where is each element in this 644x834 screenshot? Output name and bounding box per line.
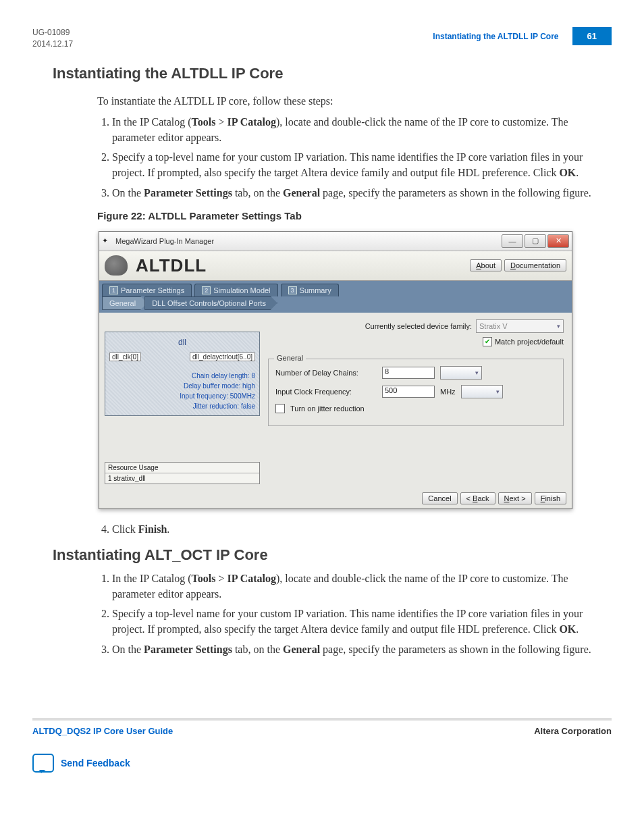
delay-chains-input[interactable]: 8	[382, 367, 435, 379]
wizard-footer: Cancel < Back Next > Finish	[99, 488, 572, 509]
s2-step-2: Specify a top-level name for your custom…	[112, 606, 605, 637]
cancel-button[interactable]: Cancel	[422, 492, 457, 504]
sub-tabs: General DLL Offset Controls/Optional Por…	[99, 296, 572, 313]
subtab-dll-offset[interactable]: DLL Offset Controls/Optional Ports	[144, 296, 277, 310]
block-properties: Chain delay length: 8 Delay buffer mode:…	[109, 371, 255, 411]
wizard-logo-icon	[105, 255, 128, 276]
tab-simulation-model[interactable]: 2Simulation Model	[194, 284, 277, 296]
input-clock-unit: MHz	[440, 388, 456, 396]
figure-caption: Figure 22: ALTDLL Parameter Settings Tab	[97, 210, 612, 221]
resource-usage-box: Resource Usage 1 stratixv_dll	[105, 462, 260, 484]
step-2: Specify a top-level name for your custom…	[112, 149, 605, 180]
send-feedback-link[interactable]: Send Feedback	[61, 758, 130, 768]
s2-step-1: In the IP Catalog (Tools > IP Catalog), …	[112, 571, 605, 602]
back-button[interactable]: < Back	[460, 492, 495, 504]
input-clock-label: Input Clock Frequency:	[275, 388, 377, 396]
pin-right: dll_delayctrlout[6..0]	[190, 353, 255, 361]
brand-bar: ALTDLL AAboutbout Documentation	[99, 251, 572, 281]
about-button[interactable]: AAboutbout	[470, 259, 502, 271]
window-titlebar[interactable]: ✦ MegaWizard Plug-In Manager — ▢ ✕	[99, 232, 572, 251]
chevron-down-icon: ▾	[475, 369, 479, 376]
general-legend: General	[274, 354, 306, 362]
s2-step-3: On the Parameter Settings tab, on the Ge…	[112, 642, 605, 657]
jitter-reduction-checkbox[interactable]	[275, 404, 285, 413]
match-project-label: Match project/default	[495, 338, 564, 346]
resource-usage-header: Resource Usage	[105, 463, 259, 473]
feedback-icon[interactable]	[32, 754, 54, 773]
pin-left: dll_clk[0]	[109, 353, 141, 361]
page-header: UG-01089 2014.12.17 Instantiating the AL…	[32, 27, 612, 50]
chevron-down-icon: ▾	[496, 388, 500, 395]
preview-pane: dll dll_clk[0] dll_delayctrlout[6..0] Ch…	[99, 313, 265, 488]
input-clock-input[interactable]: 500	[382, 386, 435, 398]
breadcrumb[interactable]: Instantiating the ALTDLL IP Core	[433, 32, 558, 41]
close-button[interactable]: ✕	[547, 234, 569, 248]
app-icon: ✦	[102, 236, 111, 246]
step-4: Click Finish.	[112, 521, 605, 537]
footer-guide-link[interactable]: ALTDQ_DQS2 IP Core User Guide	[32, 726, 173, 736]
input-clock-unit-dropdown[interactable]: ▾	[461, 385, 503, 398]
minimize-button[interactable]: —	[502, 234, 523, 248]
device-family-select[interactable]: Stratix V ▾	[476, 319, 564, 333]
next-button[interactable]: Next >	[498, 492, 532, 504]
section2-steps: In the IP Catalog (Tools > IP Catalog), …	[97, 571, 605, 657]
block-name: dll	[109, 338, 255, 347]
step-3: On the Parameter Settings tab, on the Ge…	[112, 185, 605, 201]
device-family-label: Currently selected device family:	[365, 322, 472, 330]
match-project-checkbox[interactable]: ✔	[483, 337, 492, 346]
section2-title: Instantiating ALT_OCT IP Core	[53, 546, 612, 564]
wizard-window: ✦ MegaWizard Plug-In Manager — ▢ ✕ ALTDL…	[99, 231, 572, 509]
feedback-row: Send Feedback	[32, 754, 612, 773]
doc-id: UG-01089	[32, 27, 73, 38]
delay-chains-label: Number of Delay Chains:	[275, 369, 377, 377]
delay-chains-dropdown[interactable]: ▾	[440, 366, 482, 380]
general-group: General Number of Delay Chains: 8 ▾ Inpu…	[268, 359, 564, 426]
section1-steps-cont: Click Finish.	[97, 521, 605, 537]
maximize-button[interactable]: ▢	[525, 234, 546, 248]
chevron-down-icon: ▾	[557, 323, 560, 330]
finish-button[interactable]: Finish	[535, 492, 566, 504]
tab-parameter-settings[interactable]: 1Parameter Settings	[102, 284, 192, 296]
subtab-general[interactable]: General	[102, 296, 147, 310]
section1-intro: To instantiate the ALTDLL IP core, follo…	[97, 93, 605, 109]
page-footer: ALTDQ_DQS2 IP Core User Guide Altera Cor…	[32, 718, 612, 736]
jitter-reduction-label: Turn on jitter reduction	[290, 405, 365, 413]
ip-name: ALTDLL	[136, 255, 470, 276]
major-tabs: 1Parameter Settings 2Simulation Model 3S…	[99, 281, 572, 296]
documentation-button[interactable]: Documentation	[504, 259, 566, 271]
settings-pane: Currently selected device family: Strati…	[265, 313, 572, 488]
doc-meta: UG-01089 2014.12.17	[32, 27, 73, 50]
resource-usage-value: 1 stratixv_dll	[105, 473, 259, 484]
section1-steps: In the IP Catalog (Tools > IP Catalog), …	[97, 114, 605, 201]
window-title: MegaWizard Plug-In Manager	[115, 237, 500, 245]
page-number: 61	[572, 27, 612, 45]
tab-summary[interactable]: 3Summary	[281, 284, 339, 296]
step-1: In the IP Catalog (Tools > IP Catalog), …	[112, 114, 605, 145]
footer-company: Altera Corporation	[534, 726, 612, 736]
doc-date: 2014.12.17	[32, 38, 73, 50]
section1-title: Instantiating the ALTDLL IP Core	[53, 65, 612, 82]
block-diagram: dll dll_clk[0] dll_delayctrlout[6..0] Ch…	[105, 332, 260, 416]
